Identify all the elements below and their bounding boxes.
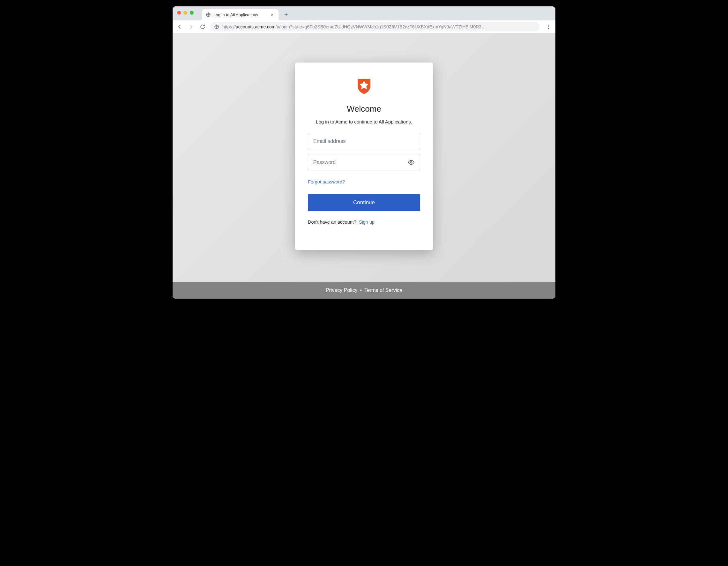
privacy-policy-link[interactable]: Privacy Policy [326,287,358,293]
globe-icon [206,12,211,17]
signup-link[interactable]: Sign up [359,220,375,225]
window-minimize-button[interactable] [183,11,187,15]
browser-toolbar: https://accounts.acme.com/u/login?state=… [173,20,555,33]
email-field-wrapper [308,133,420,150]
forward-button[interactable] [187,23,195,31]
terms-of-service-link[interactable]: Terms of Service [364,287,402,293]
tab-close-button[interactable] [270,12,275,17]
browser-tab[interactable]: Log in to All Applications [202,9,279,20]
svg-point-3 [548,26,549,27]
welcome-heading: Welcome [347,104,381,114]
reload-button[interactable] [199,23,206,31]
tab-strip: Log in to All Applications [173,6,555,20]
browser-window: Log in to All Applications [173,6,555,299]
forgot-password-link[interactable]: Forgot password? [308,179,345,184]
window-close-button[interactable] [177,11,181,15]
window-maximize-button[interactable] [190,11,194,15]
address-bar[interactable]: https://accounts.acme.com/u/login?state=… [210,22,539,32]
window-controls [177,11,194,15]
login-card: Welcome Log in to Acme to continue to Al… [295,63,433,250]
login-subtitle: Log in to Acme to continue to All Applic… [316,119,412,124]
url-text: https://accounts.acme.com/u/login?state=… [222,24,486,29]
email-field[interactable] [313,133,415,150]
shield-star-logo-icon [355,77,373,95]
svg-point-2 [548,25,549,26]
show-password-icon[interactable] [408,159,415,166]
new-tab-button[interactable] [282,10,291,19]
footer-separator: • [360,287,362,293]
svg-point-5 [410,161,412,163]
password-field-wrapper [308,154,420,171]
page-content: Welcome Log in to Acme to continue to Al… [173,33,555,299]
password-field[interactable] [313,154,405,171]
page-footer: Privacy Policy • Terms of Service [173,282,555,299]
svg-point-4 [548,28,549,29]
no-account-text: Don't have an account? [308,220,356,225]
continue-button[interactable]: Continue [308,194,420,211]
signup-row: Don't have an account? Sign up [308,220,375,225]
tab-title: Log in to All Applications [213,12,267,17]
site-info-icon[interactable] [214,24,219,29]
browser-menu-button[interactable] [545,23,552,31]
back-button[interactable] [176,23,183,31]
